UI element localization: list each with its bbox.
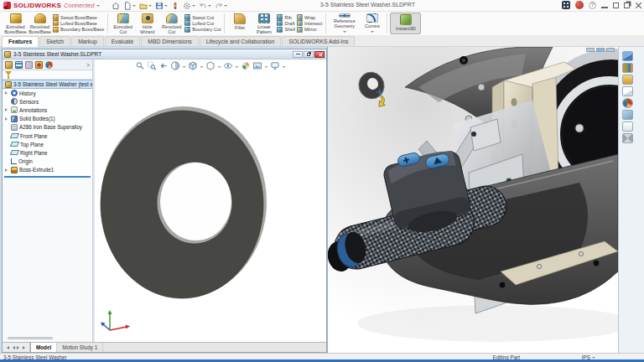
- mirror-button[interactable]: Mirror: [297, 27, 322, 33]
- tree-item-material[interactable]: A286 Iron Base Superalloy: [3, 123, 92, 132]
- appearances-scenes-icon[interactable]: [622, 98, 633, 108]
- view-settings-icon[interactable]: [271, 61, 280, 70]
- swept-cut-button[interactable]: Swept Cut: [184, 14, 221, 20]
- reference-geometry-dropdown-icon[interactable]: [343, 31, 346, 34]
- tree-item-history[interactable]: History: [3, 89, 92, 97]
- view-orientation-icon[interactable]: [189, 61, 198, 70]
- scroll-first-icon[interactable]: [5, 346, 9, 349]
- toolbar-dropdown-icon[interactable]: [283, 66, 286, 70]
- rollback-bar[interactable]: [4, 176, 91, 178]
- apps-grid-icon[interactable]: [562, 1, 570, 9]
- curves-dropdown-icon[interactable]: [371, 31, 374, 34]
- swept-boss-base-button[interactable]: Swept Boss/Base: [53, 14, 104, 20]
- extruded-cut-button[interactable]: Extruded Cut: [111, 13, 135, 34]
- wrap-button[interactable]: Wrap: [297, 14, 322, 20]
- hole-wizard-button[interactable]: Hole Wizard: [135, 13, 159, 34]
- undo-dropdown-icon[interactable]: [208, 5, 211, 8]
- tab-sketch[interactable]: Sketch: [39, 36, 70, 46]
- maximize-button[interactable]: [613, 3, 619, 8]
- custom-properties-icon[interactable]: [622, 110, 633, 120]
- washer-model[interactable]: [95, 59, 326, 342]
- tree-filter-row[interactable]: [3, 70, 92, 80]
- rib-button[interactable]: Rib: [277, 14, 294, 20]
- new-document-button[interactable]: [123, 2, 136, 10]
- assembly-restore-button[interactable]: [596, 48, 605, 52]
- expand-icon[interactable]: [5, 168, 9, 172]
- tree-item-front-plane[interactable]: Front Plane: [3, 132, 92, 140]
- featuremanager-tab-icon[interactable]: [5, 61, 13, 69]
- toolbar-dropdown-icon[interactable]: [236, 66, 239, 70]
- tree-root-item[interactable]: 3-5 Stainless Steel Washer (test washer): [3, 80, 92, 89]
- options-dropdown-icon[interactable]: [192, 5, 195, 8]
- scroll-left-icon[interactable]: [11, 346, 15, 349]
- user-avatar[interactable]: [575, 1, 584, 9]
- restore-button[interactable]: [624, 3, 630, 8]
- minimize-button[interactable]: [601, 7, 608, 8]
- boundary-boss-base-button[interactable]: Boundary Boss/Base: [53, 27, 104, 33]
- tab-markup[interactable]: Markup: [71, 36, 104, 46]
- tree-item-right-plane[interactable]: Right Plane: [3, 148, 92, 157]
- propertymanager-tab-icon[interactable]: [15, 61, 23, 69]
- help-button[interactable]: ?: [589, 2, 596, 9]
- tree-item-sensors[interactable]: Sensors: [3, 97, 92, 106]
- tree-item-boss-extrude[interactable]: Boss-Extrude1: [3, 166, 92, 174]
- tree-item-annotations[interactable]: Annotations: [3, 106, 92, 114]
- new-dropdown-icon[interactable]: [132, 5, 136, 8]
- brand-expand-icon[interactable]: [96, 5, 100, 8]
- tree-item-solid-bodies[interactable]: Solid Bodies(1): [3, 115, 92, 123]
- linear-pattern-button[interactable]: Linear Pattern: [252, 13, 276, 34]
- tab-features[interactable]: Features: [2, 36, 39, 47]
- section-view-icon[interactable]: [171, 61, 180, 70]
- revolved-cut-button[interactable]: Revolved Cut: [159, 13, 184, 34]
- displaymanager-tab-icon[interactable]: [45, 61, 53, 69]
- design-library-icon[interactable]: [622, 63, 633, 73]
- part-close-button[interactable]: [314, 51, 325, 58]
- tree-horizontal-scrollbar[interactable]: [8, 337, 53, 339]
- view-palette-icon[interactable]: [622, 86, 633, 96]
- intersect-button[interactable]: Intersect: [297, 20, 322, 26]
- scroll-right-icon[interactable]: [17, 346, 21, 349]
- instant3d-button[interactable]: Instant3D: [390, 13, 421, 34]
- hide-show-items-icon[interactable]: [224, 61, 233, 70]
- solidworks-resources-icon[interactable]: [622, 51, 633, 61]
- toolbar-dropdown-icon[interactable]: [200, 66, 204, 70]
- save-dropdown-icon[interactable]: [164, 5, 168, 8]
- tree-item-top-plane[interactable]: Top Plane: [3, 140, 92, 148]
- tab-lifecycle-collaboration[interactable]: Lifecycle and Collaboration: [200, 36, 282, 46]
- open-button[interactable]: [139, 2, 152, 10]
- draft-button[interactable]: Draft: [277, 20, 294, 26]
- zoom-to-fit-icon[interactable]: [136, 61, 145, 70]
- close-button[interactable]: [635, 2, 642, 9]
- model-tab[interactable]: Model: [30, 343, 57, 352]
- part-graphics-viewport[interactable]: [95, 59, 326, 342]
- home-button[interactable]: [112, 2, 120, 10]
- file-explorer-icon[interactable]: [622, 75, 633, 85]
- toolbar-dropdown-icon[interactable]: [265, 66, 268, 70]
- tab-mbd-dimensions[interactable]: MBD Dimensions: [141, 36, 199, 46]
- zoom-to-area-icon[interactable]: [148, 61, 157, 70]
- display-style-icon[interactable]: [206, 61, 216, 70]
- edit-appearance-icon[interactable]: [242, 61, 251, 70]
- scroll-last-icon[interactable]: [23, 346, 27, 349]
- configurationmanager-tab-icon[interactable]: [25, 61, 33, 69]
- dimxpertmanager-tab-icon[interactable]: [35, 61, 43, 69]
- motion-study-tab[interactable]: Motion Study 1: [57, 343, 103, 352]
- lifecycle-button[interactable]: [171, 2, 179, 10]
- assembly-minimize-button[interactable]: [586, 48, 595, 52]
- fillet-button[interactable]: Fillet: [227, 13, 252, 34]
- toolbar-dropdown-icon[interactable]: [218, 66, 221, 70]
- part-minimize-button[interactable]: [293, 51, 303, 58]
- redo-dropdown-icon[interactable]: [224, 5, 227, 8]
- lofted-boss-base-button[interactable]: Lofted Boss/Base: [53, 20, 104, 26]
- toolbar-dropdown-icon[interactable]: [183, 66, 186, 70]
- options-button[interactable]: [183, 2, 195, 10]
- curves-button[interactable]: Curves: [360, 13, 384, 34]
- revolved-boss-base-button[interactable]: Revolved Boss/Base: [28, 13, 52, 34]
- assembly-model[interactable]: [328, 47, 618, 353]
- expand-icon[interactable]: [5, 117, 9, 121]
- tab-solidworks-addins[interactable]: SOLIDWORKS Add-Ins: [282, 36, 355, 46]
- lofted-cut-button[interactable]: Lofted Cut: [184, 20, 221, 26]
- settings-icon[interactable]: [622, 133, 633, 143]
- save-button[interactable]: [155, 2, 168, 10]
- manager-tabs-overflow-icon[interactable]: >: [86, 62, 90, 68]
